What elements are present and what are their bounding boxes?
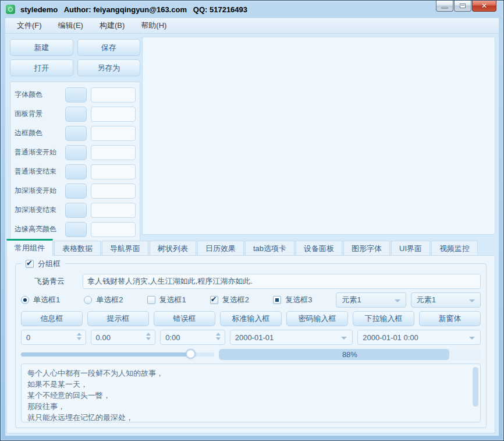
combo-box-2[interactable]: 元素1 [411,292,481,308]
window-controls: ✕ [436,1,496,12]
menu-help[interactable]: 帮助(H) [133,18,175,33]
radio-1-label: 单选框1 [33,295,60,305]
time-spinbox-value: 0:00 [165,333,180,342]
color-settings-box: 字体颜色 面板背景 边框颜色 普通渐变开 [10,82,140,242]
tab-device-panel[interactable]: 设备面板 [296,241,342,256]
color-row-label: 加深渐变结束 [15,205,61,215]
chevron-down-icon [395,299,400,302]
open-button[interactable]: 打开 [10,59,73,76]
combo-box-1-value: 元素1 [342,295,361,305]
textarea-line: 某个不经意的回头一瞥， [27,390,474,401]
checkbox-2[interactable]: 复选框2 [210,295,268,305]
group-box-content: 飞扬青云 单选框1 单选框2 [16,264,486,428]
tab-video-monitor[interactable]: 视频监控 [431,241,478,256]
dropdown-input-button[interactable]: 下拉输入框 [353,311,414,326]
tip-box-button[interactable]: 提示框 [87,311,149,326]
color-pick-button[interactable] [65,145,87,160]
radio-2[interactable]: 单选框2 [84,295,142,305]
error-box-button[interactable]: 错误框 [154,311,215,326]
new-button[interactable]: 新建 [10,39,73,56]
color-row-gradient-start: 普通渐变开始 [15,144,136,160]
checkbox-1[interactable]: 复选框1 [147,295,205,305]
textarea-scrollbar[interactable] [473,367,478,419]
date-edit[interactable]: 2000-01-01 [230,330,353,345]
int-spinbox[interactable]: 0 [21,330,86,345]
color-row-highlight: 边缘高亮颜色 [15,221,136,237]
tab-nav-ui[interactable]: 导航界面 [102,241,148,256]
slider[interactable] [21,348,214,360]
color-row-label: 加深渐变开始 [15,186,61,196]
color-value-input[interactable] [91,164,136,179]
color-row-deep-end: 加深渐变结束 [15,202,136,218]
author-label: 飞扬青云 [21,276,78,287]
color-pick-button[interactable] [65,107,87,122]
textarea-scrollbar-thumb[interactable] [473,367,478,407]
menu-edit[interactable]: 编辑(E) [50,18,91,33]
spinner-arrows-icon [77,333,81,340]
checkbox-3[interactable]: 复选框3 [273,295,331,305]
color-value-input[interactable] [91,145,136,160]
color-pick-button[interactable] [65,87,87,103]
slider-handle[interactable] [186,349,196,359]
tab-calendar[interactable]: 日历效果 [197,241,244,256]
color-value-input[interactable] [91,184,136,199]
tab-icon-font[interactable]: 图形字体 [343,241,390,256]
color-pick-button[interactable] [65,222,87,237]
radio-2-indicator [84,296,92,304]
story-textarea[interactable]: 每个人心中都有一段鲜不为人知的故事， 如果不是某一天， 某个不经意的回头一瞥， … [21,364,481,422]
maximize-icon [460,3,466,8]
color-row-panel-bg: 面板背景 [15,106,136,122]
tab-tab-control[interactable]: tab选项卡 [245,241,294,256]
spinner-arrows-icon [216,333,221,340]
new-window-button[interactable]: 新窗体 [419,311,481,326]
tab-common-widgets[interactable]: 常用组件 [6,239,53,256]
file-button-grid: 新建 保存 打开 另存为 [10,39,140,76]
close-icon: ✕ [481,2,487,9]
minimize-button[interactable] [436,1,453,12]
color-pick-button[interactable] [65,126,87,141]
save-button[interactable]: 保存 [77,39,141,56]
color-value-input[interactable] [91,203,136,218]
color-value-input[interactable] [91,87,136,103]
color-pick-button[interactable] [65,164,87,179]
close-button[interactable]: ✕ [472,1,496,12]
color-pick-button[interactable] [65,203,87,218]
progress-label: 88% [219,349,481,360]
app-icon [6,5,15,14]
datetime-edit-value: 2000-01-01 0:00 [363,333,418,342]
color-row-gradient-end: 普通渐变结束 [15,164,136,179]
tab-ui[interactable]: UI界面 [391,241,430,256]
maximize-button[interactable] [454,1,471,12]
tab-table-data[interactable]: 表格数据 [54,241,101,256]
standard-input-button[interactable]: 标准输入框 [220,311,282,326]
motto-input[interactable] [83,274,481,289]
color-row-label: 边缘高亮颜色 [15,224,61,234]
color-row-label: 字体颜色 [15,90,61,100]
window-title: styledemo Author: feiyangqingyun@163.com… [20,5,247,14]
double-spinbox[interactable]: 0.00 [91,330,156,345]
info-box-button[interactable]: 信息框 [21,311,83,326]
radio-1[interactable]: 单选框1 [21,295,79,305]
datetime-edit[interactable]: 2000-01-01 0:00 [357,330,481,345]
password-input-button[interactable]: 密码输入框 [286,311,348,326]
color-value-input[interactable] [91,107,136,122]
color-row-label: 面板背景 [15,109,61,119]
menu-file[interactable]: 文件(F) [9,18,50,33]
time-spinbox[interactable]: 0:00 [160,330,225,345]
color-pick-button[interactable] [65,184,87,199]
color-row-font: 字体颜色 [15,87,136,103]
titlebar[interactable]: styledemo Author: feiyangqingyun@163.com… [1,1,503,18]
color-value-input[interactable] [91,126,136,141]
save-as-button[interactable]: 另存为 [77,59,141,76]
color-row-label: 边框颜色 [15,128,61,138]
chevron-down-icon [341,337,347,340]
tab-tree-list[interactable]: 树状列表 [150,241,196,256]
checkbox-2-indicator [210,296,218,304]
progress-bar: 88% [219,349,481,360]
color-value-input[interactable] [91,222,136,237]
combo-box-1[interactable]: 元素1 [336,292,406,308]
menu-bar: 文件(F) 编辑(E) 构建(B) 帮助(H) [5,18,499,34]
dialog-buttons-row: 信息框 提示框 错误框 标准输入框 密码输入框 下拉输入框 新窗体 [21,311,481,326]
checkbox-2-label: 复选框2 [222,295,249,305]
menu-build[interactable]: 构建(B) [91,18,133,33]
